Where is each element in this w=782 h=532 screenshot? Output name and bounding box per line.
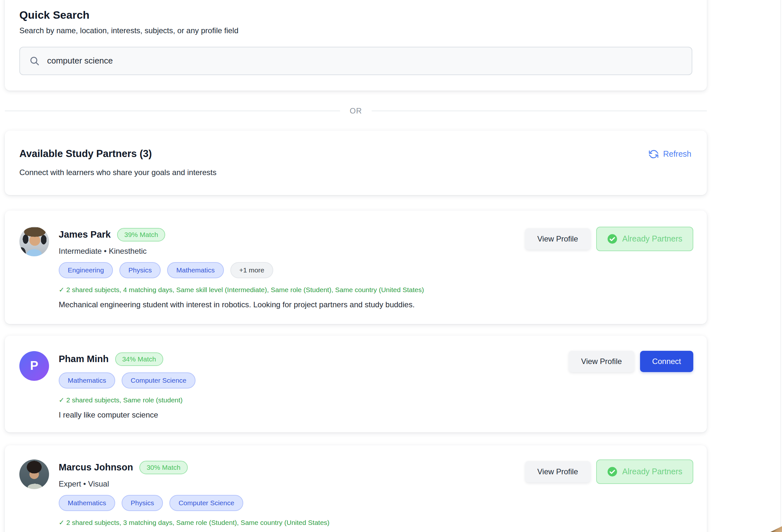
partners-title: Available Study Partners (3) <box>20 148 692 160</box>
subject-tag: Physics <box>119 262 161 278</box>
match-details: ✓ 2 shared subjects, 4 matching days, Sa… <box>59 286 424 294</box>
connect-button[interactable]: Connect <box>640 351 693 372</box>
partners-subtitle: Connect with learners who share your goa… <box>20 168 692 177</box>
avatar-pham-minh: P <box>20 351 49 381</box>
or-label: OR <box>350 106 362 115</box>
divider-line-left <box>5 111 340 111</box>
already-partners-label: Already Partners <box>622 467 682 476</box>
partner-actions: View Profile Already Partners <box>525 227 693 251</box>
partner-actions: View Profile Already Partners <box>525 459 693 484</box>
avatar-james-park <box>20 227 49 256</box>
view-profile-button[interactable]: View Profile <box>525 461 591 482</box>
partners-header-card: Available Study Partners (3) Connect wit… <box>5 130 707 195</box>
search-icon <box>29 55 40 67</box>
partner-name: Marcus Johnson <box>59 462 133 473</box>
subject-tags: Mathematics Computer Science <box>59 372 196 388</box>
level-learning-style: Expert • Visual <box>59 480 329 489</box>
avatar-marcus-johnson <box>20 459 49 489</box>
quick-search-subtitle: Search by name, location, interests, sub… <box>20 26 692 35</box>
or-divider: OR <box>5 106 707 116</box>
partner-actions: View Profile Connect <box>569 351 693 372</box>
view-profile-button[interactable]: View Profile <box>525 228 591 250</box>
check-circle-icon <box>607 466 617 477</box>
already-partners-button[interactable]: Already Partners <box>596 227 693 251</box>
already-partners-button[interactable]: Already Partners <box>596 459 693 484</box>
subject-tag: Mathematics <box>59 495 115 511</box>
divider-line-right <box>371 111 707 111</box>
check-circle-icon <box>607 234 617 244</box>
refresh-icon <box>649 149 659 159</box>
partner-bio: Mechanical engineering student with inte… <box>59 300 424 309</box>
subject-tag: Mathematics <box>59 372 115 388</box>
avatar-initial: P <box>30 359 38 373</box>
view-profile-button[interactable]: View Profile <box>569 351 634 372</box>
corner-image-artifact <box>770 526 782 532</box>
quick-search-card: Quick Search Search by name, location, i… <box>5 0 707 90</box>
refresh-label: Refresh <box>663 149 691 159</box>
partner-name: James Park <box>59 229 111 240</box>
partner-card-pham-minh: P Pham Minh 34% Match Mathematics Comput… <box>5 336 707 432</box>
viewport-edge-line <box>780 0 781 532</box>
search-box[interactable] <box>20 47 692 75</box>
subject-tag: Engineering <box>59 262 113 278</box>
already-partners-label: Already Partners <box>622 234 682 243</box>
level-learning-style: Intermediate • Kinesthetic <box>59 246 424 256</box>
subject-tags: Engineering Physics Mathematics +1 more <box>59 262 424 278</box>
content-column: Quick Search Search by name, location, i… <box>5 0 707 532</box>
search-input[interactable] <box>47 56 683 66</box>
partner-name: Pham Minh <box>59 354 109 364</box>
partner-bio: I really like computer science <box>59 411 196 419</box>
subject-tag: Computer Science <box>121 372 196 388</box>
study-partners-page: Quick Search Search by name, location, i… <box>0 0 782 532</box>
match-details: ✓ 2 shared subjects, Same role (student) <box>59 396 196 404</box>
match-badge: 39% Match <box>117 228 165 241</box>
subject-tag: Computer Science <box>169 495 243 511</box>
quick-search-title: Quick Search <box>20 8 692 22</box>
partner-card-james-park: James Park 39% Match Intermediate • Kine… <box>5 211 707 324</box>
match-details: ✓ 2 shared subjects, 3 matching days, Sa… <box>59 519 329 527</box>
refresh-button[interactable]: Refresh <box>649 149 691 159</box>
partner-card-marcus-johnson: Marcus Johnson 30% Match Expert • Visual… <box>5 445 707 532</box>
more-tags-chip[interactable]: +1 more <box>230 262 274 278</box>
subject-tags: Mathematics Physics Computer Science <box>59 495 329 511</box>
subject-tag: Mathematics <box>167 262 223 278</box>
match-badge: 34% Match <box>115 352 163 366</box>
match-badge: 30% Match <box>139 461 187 474</box>
subject-tag: Physics <box>121 495 163 511</box>
